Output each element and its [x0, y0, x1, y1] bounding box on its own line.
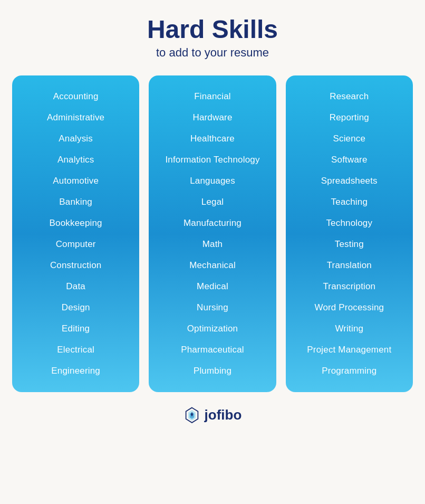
- skill-item-1-6: Banking: [17, 192, 134, 213]
- skill-item-1-8: Computer: [17, 234, 134, 255]
- page-title: Hard Skills: [147, 16, 278, 44]
- skill-item-3-5: Spreadsheets: [291, 170, 408, 192]
- skill-item-1-1: Accounting: [17, 86, 134, 107]
- skill-item-3-6: Teaching: [291, 192, 408, 213]
- jofibo-logo-icon: [183, 407, 200, 424]
- skill-item-2-4: Information Technology: [154, 149, 271, 170]
- skill-item-1-13: Electrical: [17, 339, 134, 360]
- skills-column-2: FinancialHardwareHealthcareInformation T…: [149, 75, 276, 392]
- skill-item-2-8: Math: [154, 234, 271, 255]
- skills-column-3: ResearchReportingScienceSoftwareSpreadsh…: [286, 75, 413, 392]
- page-header: Hard Skills to add to your resume: [147, 16, 278, 60]
- skill-item-1-14: Engineering: [17, 360, 134, 382]
- skill-item-2-10: Medical: [154, 276, 271, 297]
- skill-item-1-5: Automotive: [17, 170, 134, 192]
- skill-item-2-1: Financial: [154, 86, 271, 107]
- skill-item-2-7: Manufacturing: [154, 213, 271, 234]
- skill-item-2-6: Legal: [154, 192, 271, 213]
- skills-columns: AccountingAdministrativeAnalysisAnalytic…: [12, 75, 413, 392]
- skill-item-3-7: Technology: [291, 213, 408, 234]
- skill-item-2-13: Pharmaceutical: [154, 339, 271, 360]
- skill-item-1-11: Design: [17, 297, 134, 318]
- skill-item-2-2: Hardware: [154, 107, 271, 128]
- skill-item-2-14: Plumbing: [154, 360, 271, 382]
- skill-item-1-2: Administrative: [17, 107, 134, 128]
- skill-item-1-9: Construction: [17, 255, 134, 276]
- skill-item-3-9: Translation: [291, 255, 408, 276]
- skill-item-1-10: Data: [17, 276, 134, 297]
- skill-item-2-3: Healthcare: [154, 128, 271, 149]
- skill-item-3-11: Word Processing: [291, 297, 408, 318]
- skill-item-3-10: Transcription: [291, 276, 408, 297]
- skill-item-3-1: Research: [291, 86, 408, 107]
- skill-item-2-5: Languages: [154, 170, 271, 192]
- skill-item-2-11: Nursing: [154, 297, 271, 318]
- page-subtitle: to add to your resume: [147, 46, 278, 60]
- skill-item-3-14: Programming: [291, 360, 408, 382]
- skill-item-2-9: Mechanical: [154, 255, 271, 276]
- skill-item-3-3: Science: [291, 128, 408, 149]
- skill-item-1-12: Editing: [17, 318, 134, 339]
- footer: jofibo: [183, 407, 242, 424]
- skill-item-3-12: Writing: [291, 318, 408, 339]
- skill-item-3-13: Project Management: [291, 339, 408, 360]
- skill-item-1-7: Bookkeeping: [17, 213, 134, 234]
- skill-item-1-4: Analytics: [17, 149, 134, 170]
- footer-logo-text: jofibo: [205, 407, 242, 423]
- skill-item-3-4: Software: [291, 149, 408, 170]
- skill-item-3-2: Reporting: [291, 107, 408, 128]
- skills-column-1: AccountingAdministrativeAnalysisAnalytic…: [12, 75, 139, 392]
- skill-item-2-12: Optimization: [154, 318, 271, 339]
- skill-item-3-8: Testing: [291, 234, 408, 255]
- skill-item-1-3: Analysis: [17, 128, 134, 149]
